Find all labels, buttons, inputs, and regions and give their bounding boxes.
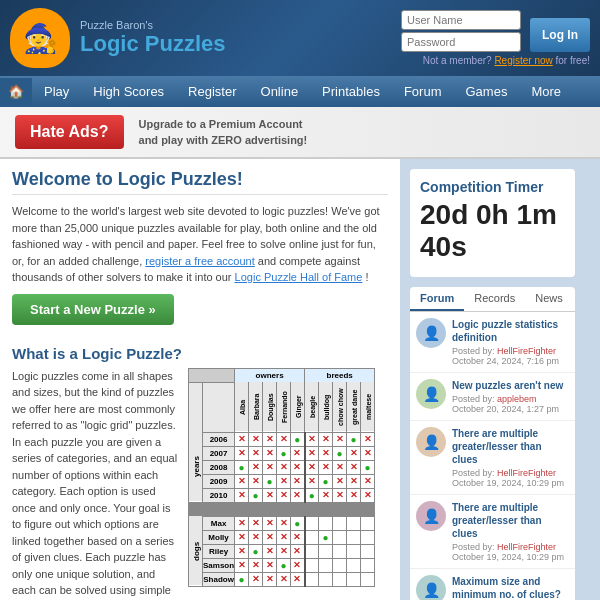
- grid-cell[interactable]: [361, 572, 375, 586]
- grid-cell[interactable]: ✕: [291, 558, 305, 572]
- grid-cell[interactable]: ●: [361, 460, 375, 474]
- grid-cell[interactable]: ●: [291, 516, 305, 530]
- grid-cell[interactable]: ●: [235, 460, 249, 474]
- grid-cell[interactable]: ✕: [347, 488, 361, 502]
- grid-cell[interactable]: ●: [235, 572, 249, 586]
- grid-cell[interactable]: ✕: [263, 446, 277, 460]
- grid-cell[interactable]: ●: [249, 488, 263, 502]
- grid-cell[interactable]: ✕: [305, 474, 319, 488]
- grid-cell[interactable]: ✕: [249, 516, 263, 530]
- grid-cell[interactable]: ✕: [249, 572, 263, 586]
- grid-cell[interactable]: [347, 572, 361, 586]
- forum-item-title[interactable]: There are multiple greater/lesser than c…: [452, 501, 569, 540]
- forum-item-title[interactable]: Logic puzzle statistics definition: [452, 318, 569, 344]
- grid-cell[interactable]: ✕: [305, 432, 319, 446]
- grid-cell[interactable]: [333, 544, 347, 558]
- grid-cell[interactable]: ✕: [249, 530, 263, 544]
- grid-cell[interactable]: ✕: [361, 432, 375, 446]
- grid-cell[interactable]: ✕: [347, 460, 361, 474]
- grid-cell[interactable]: ✕: [277, 516, 291, 530]
- grid-cell[interactable]: ✕: [361, 474, 375, 488]
- grid-cell[interactable]: ✕: [305, 446, 319, 460]
- forum-item-title[interactable]: New puzzles aren't new: [452, 379, 569, 392]
- grid-cell[interactable]: ✕: [319, 432, 333, 446]
- grid-cell[interactable]: ●: [319, 530, 333, 544]
- grid-cell[interactable]: ✕: [347, 446, 361, 460]
- password-input[interactable]: [401, 32, 521, 52]
- grid-cell[interactable]: ✕: [249, 558, 263, 572]
- grid-cell[interactable]: ✕: [319, 460, 333, 474]
- grid-cell[interactable]: [333, 558, 347, 572]
- grid-cell[interactable]: ✕: [263, 544, 277, 558]
- grid-cell[interactable]: [361, 544, 375, 558]
- grid-cell[interactable]: ✕: [235, 544, 249, 558]
- nav-printables[interactable]: Printables: [310, 76, 392, 107]
- grid-cell[interactable]: [333, 572, 347, 586]
- grid-cell[interactable]: ✕: [235, 530, 249, 544]
- grid-cell[interactable]: ●: [305, 488, 319, 502]
- grid-cell[interactable]: ✕: [249, 460, 263, 474]
- nav-play[interactable]: Play: [32, 76, 81, 107]
- hall-of-fame-link[interactable]: Logic Puzzle Hall of Fame: [235, 271, 363, 283]
- register-now-link[interactable]: Register now: [494, 55, 552, 66]
- grid-cell[interactable]: ✕: [333, 460, 347, 474]
- grid-cell[interactable]: ●: [263, 474, 277, 488]
- grid-cell[interactable]: ✕: [235, 516, 249, 530]
- grid-cell[interactable]: ✕: [319, 488, 333, 502]
- grid-cell[interactable]: ●: [277, 558, 291, 572]
- start-puzzle-button[interactable]: Start a New Puzzle »: [12, 294, 174, 325]
- grid-cell[interactable]: [361, 530, 375, 544]
- tab-records[interactable]: Records: [464, 287, 525, 311]
- grid-cell[interactable]: ✕: [263, 432, 277, 446]
- grid-cell[interactable]: ✕: [235, 558, 249, 572]
- nav-home-button[interactable]: 🏠: [0, 78, 32, 105]
- grid-cell[interactable]: [319, 572, 333, 586]
- grid-cell[interactable]: ●: [277, 446, 291, 460]
- grid-cell[interactable]: ✕: [277, 572, 291, 586]
- grid-cell[interactable]: ✕: [263, 572, 277, 586]
- grid-cell[interactable]: [305, 558, 319, 572]
- grid-cell[interactable]: ✕: [249, 446, 263, 460]
- grid-cell[interactable]: ✕: [263, 460, 277, 474]
- grid-cell[interactable]: ✕: [235, 446, 249, 460]
- grid-cell[interactable]: ✕: [235, 432, 249, 446]
- nav-online[interactable]: Online: [249, 76, 311, 107]
- grid-cell[interactable]: ✕: [305, 460, 319, 474]
- nav-games[interactable]: Games: [453, 76, 519, 107]
- forum-item-title[interactable]: There are multiple greater/lesser than c…: [452, 427, 569, 466]
- grid-cell[interactable]: [347, 558, 361, 572]
- grid-cell[interactable]: ✕: [361, 446, 375, 460]
- grid-cell[interactable]: ●: [347, 432, 361, 446]
- grid-cell[interactable]: [319, 558, 333, 572]
- grid-cell[interactable]: ✕: [249, 474, 263, 488]
- grid-cell[interactable]: ✕: [277, 460, 291, 474]
- grid-cell[interactable]: ✕: [235, 488, 249, 502]
- grid-cell[interactable]: ✕: [263, 488, 277, 502]
- grid-cell[interactable]: [347, 530, 361, 544]
- nav-register[interactable]: Register: [176, 76, 248, 107]
- grid-cell[interactable]: [305, 572, 319, 586]
- grid-cell[interactable]: [319, 544, 333, 558]
- grid-cell[interactable]: [333, 530, 347, 544]
- grid-cell[interactable]: [305, 544, 319, 558]
- grid-cell[interactable]: [305, 516, 319, 530]
- grid-cell[interactable]: ✕: [333, 432, 347, 446]
- grid-cell[interactable]: ✕: [333, 474, 347, 488]
- grid-cell[interactable]: ✕: [361, 488, 375, 502]
- grid-cell[interactable]: ✕: [249, 432, 263, 446]
- grid-cell[interactable]: ✕: [291, 544, 305, 558]
- grid-cell[interactable]: ●: [319, 474, 333, 488]
- grid-cell[interactable]: [361, 516, 375, 530]
- grid-cell[interactable]: [333, 516, 347, 530]
- grid-cell[interactable]: ✕: [263, 558, 277, 572]
- username-input[interactable]: [401, 10, 521, 30]
- grid-cell[interactable]: ✕: [263, 516, 277, 530]
- grid-cell[interactable]: ✕: [319, 446, 333, 460]
- grid-cell[interactable]: ✕: [291, 446, 305, 460]
- grid-cell[interactable]: ✕: [277, 432, 291, 446]
- tab-forum[interactable]: Forum: [410, 287, 464, 311]
- grid-cell[interactable]: ✕: [291, 530, 305, 544]
- tab-news[interactable]: News: [525, 287, 573, 311]
- nav-highscores[interactable]: High Scores: [81, 76, 176, 107]
- grid-cell[interactable]: [347, 544, 361, 558]
